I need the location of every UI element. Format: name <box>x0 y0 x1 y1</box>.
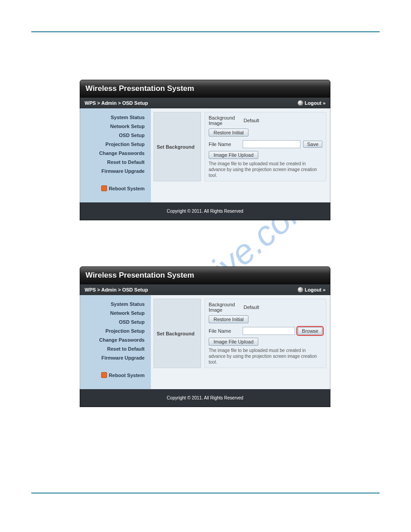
footer-text: Copyright © 2011. All Rights Reserved <box>167 209 244 214</box>
sidebar-item-system-status[interactable]: System Status <box>80 300 147 309</box>
file-name-label: File Name <box>209 142 240 147</box>
bg-image-label: Background Image <box>209 115 240 126</box>
upload-note: The image file to be uploaded must be cr… <box>209 161 322 178</box>
sidebar-item-reboot[interactable]: Reboot System <box>80 370 147 380</box>
app-titlebar: Wireless Presentation System <box>80 80 330 98</box>
reboot-icon <box>101 372 107 378</box>
content-area: Set Background Background Image Default … <box>151 108 330 202</box>
sidebar-item-network-setup[interactable]: Network Setup <box>80 122 147 131</box>
screenshot-panel-2: Wireless Presentation System WPS > Admin… <box>80 266 330 407</box>
breadcrumb: WPS > Admin > OSD Setup <box>85 287 148 292</box>
sidebar-item-projection-setup[interactable]: Projection Setup <box>80 140 147 149</box>
sidebar-item-change-passwords[interactable]: Change Passwords <box>80 149 147 158</box>
reboot-label: Reboot System <box>109 373 145 378</box>
sidebar-item-system-status[interactable]: System Status <box>80 113 147 122</box>
app-title: Wireless Presentation System <box>86 271 194 280</box>
section-heading: Set Background <box>154 299 201 368</box>
restore-initial-button[interactable]: Restore Initial <box>209 315 248 323</box>
logout-label: Logout » <box>305 287 325 292</box>
app-titlebar: Wireless Presentation System <box>80 266 330 284</box>
sidebar-item-osd-setup[interactable]: OSD Setup <box>80 131 147 140</box>
logout-link[interactable]: Logout » <box>298 287 325 292</box>
screenshot-panel-1: Wireless Presentation System WPS > Admin… <box>80 80 330 220</box>
bg-image-value: Default <box>244 118 322 123</box>
file-name-input[interactable] <box>243 327 295 335</box>
section-heading: Set Background <box>154 112 201 181</box>
bg-image-value: Default <box>244 305 322 310</box>
bg-image-label: Background Image <box>209 302 240 313</box>
footer-text: Copyright © 2011. All Rights Reserved <box>167 395 244 400</box>
logout-link[interactable]: Logout » <box>298 100 325 106</box>
logout-label: Logout » <box>305 100 325 106</box>
file-name-input[interactable] <box>243 140 300 148</box>
breadcrumb-bar: WPS > Admin > OSD Setup Logout » <box>80 98 330 108</box>
reboot-icon <box>101 185 107 191</box>
image-file-upload-button[interactable]: Image File Upload <box>209 338 258 346</box>
upload-note: The image file to be uploaded must be cr… <box>209 348 322 365</box>
sidebar: System Status Network Setup OSD Setup Pr… <box>80 295 151 389</box>
sidebar-item-network-setup[interactable]: Network Setup <box>80 309 147 317</box>
sidebar-item-osd-setup[interactable]: OSD Setup <box>80 317 147 326</box>
sidebar-item-projection-setup[interactable]: Projection Setup <box>80 326 147 335</box>
sidebar-item-reboot[interactable]: Reboot System <box>80 184 147 193</box>
file-name-label: File Name <box>209 328 240 334</box>
restore-initial-button[interactable]: Restore Initial <box>209 129 248 137</box>
image-file-upload-button[interactable]: Image File Upload <box>209 151 258 159</box>
browse-button[interactable]: Browse <box>298 327 322 335</box>
sidebar-item-reset-to-default[interactable]: Reset to Default <box>80 158 147 167</box>
top-divider <box>31 31 380 32</box>
bottom-divider <box>31 493 380 493</box>
footer: Copyright © 2011. All Rights Reserved <box>80 202 330 220</box>
footer: Copyright © 2011. All Rights Reserved <box>80 389 330 407</box>
sidebar-item-reset-to-default[interactable]: Reset to Default <box>80 344 147 353</box>
logout-icon <box>298 100 303 106</box>
save-button[interactable]: Save <box>303 141 322 148</box>
app-title: Wireless Presentation System <box>86 84 194 93</box>
reboot-label: Reboot System <box>109 186 145 191</box>
sidebar-item-firmware-upgrade[interactable]: Firmware Upgrade <box>80 353 147 362</box>
sidebar-item-firmware-upgrade[interactable]: Firmware Upgrade <box>80 167 147 176</box>
logout-icon <box>298 287 303 292</box>
sidebar: System Status Network Setup OSD Setup Pr… <box>80 108 151 202</box>
sidebar-item-change-passwords[interactable]: Change Passwords <box>80 335 147 344</box>
breadcrumb-bar: WPS > Admin > OSD Setup Logout » <box>80 284 330 295</box>
section-body: Background Image Default Restore Initial… <box>205 112 326 181</box>
section-body: Background Image Default Restore Initial… <box>205 299 326 368</box>
breadcrumb: WPS > Admin > OSD Setup <box>85 100 148 106</box>
content-area: Set Background Background Image Default … <box>151 295 330 389</box>
